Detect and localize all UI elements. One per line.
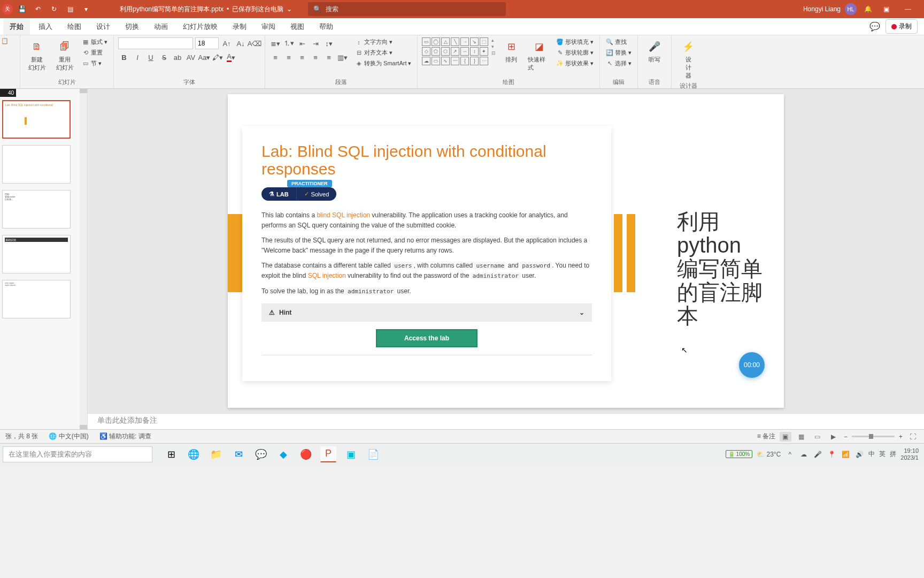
align-right-icon[interactable]: ≡ xyxy=(296,51,308,63)
case-icon[interactable]: Aa▾ xyxy=(198,51,210,63)
save-icon[interactable]: 💾 xyxy=(15,2,29,16)
align-center-icon[interactable]: ≡ xyxy=(283,51,295,63)
tab-animations[interactable]: 动画 xyxy=(148,19,174,35)
taskbar-search[interactable]: 在这里输入你要搜索的内容 xyxy=(3,446,152,462)
quick-styles-button[interactable]: ◪快速样式 xyxy=(527,37,551,73)
smart-art-button[interactable]: ◈转换为 SmartArt ▾ xyxy=(353,59,413,68)
close-app-icon[interactable]: 关 xyxy=(2,4,13,14)
tab-record[interactable]: 录制 xyxy=(226,19,253,35)
window-layout-icon[interactable]: ▣ xyxy=(879,2,893,16)
notification-icon[interactable]: 🔔 xyxy=(861,2,875,16)
shrink-font-icon[interactable]: A↓ xyxy=(235,37,247,49)
shapes-up-icon[interactable]: ▴ xyxy=(491,37,496,43)
undo-icon[interactable]: ↶ xyxy=(31,2,45,16)
layout-button[interactable]: ▦版式 ▾ xyxy=(80,37,109,47)
hint-accordion[interactable]: ⚠Hint ⌄ xyxy=(261,303,592,322)
underline-icon[interactable]: U xyxy=(145,51,157,63)
zoom-in-icon[interactable]: + xyxy=(899,433,903,440)
battery-icon[interactable]: 🔋 100% xyxy=(726,450,752,458)
edge-icon[interactable]: 🌐 xyxy=(186,446,202,462)
minimize-icon[interactable]: — xyxy=(897,0,919,18)
replace-button[interactable]: 🔄替换 ▾ xyxy=(604,48,633,57)
wifi-icon[interactable]: 📶 xyxy=(841,450,850,459)
shapes-gallery[interactable]: ▭◯△╲→↘⬚ ◇⬠⬡↗↔↕✦ ☁⬭∿〰{}⋯ xyxy=(422,37,488,65)
shape-fill-button[interactable]: 🪣形状填充 ▾ xyxy=(555,37,595,47)
fit-window-icon[interactable]: ⛶ xyxy=(907,432,919,442)
strike-icon[interactable]: S̶ xyxy=(158,51,170,63)
char-spacing-icon[interactable]: AV xyxy=(185,51,197,63)
slide-thumb-5[interactable]: code snippet...import requests... xyxy=(2,280,71,318)
mic-tray-icon[interactable]: 🎤 xyxy=(813,450,822,459)
ime-status-2[interactable]: 英 xyxy=(879,450,886,459)
app-icon-3[interactable]: 📄 xyxy=(365,446,381,462)
location-icon[interactable]: 📍 xyxy=(827,450,836,459)
redo-icon[interactable]: ↻ xyxy=(47,2,61,16)
accessibility-status[interactable]: ♿ 辅助功能: 调查 xyxy=(99,432,151,441)
tab-review[interactable]: 审阅 xyxy=(255,19,282,35)
recording-timer[interactable]: 00:00 xyxy=(739,352,765,378)
justify-icon[interactable]: ≡ xyxy=(310,51,321,63)
tab-design[interactable]: 设计 xyxy=(90,19,117,35)
shapes-down-icon[interactable]: ▾ xyxy=(491,44,496,49)
notes-toggle[interactable]: ≡ 备注 xyxy=(757,432,775,441)
tab-home[interactable]: 开始 xyxy=(3,19,30,35)
thumbnail-scrollbar[interactable] xyxy=(80,89,87,429)
bold-icon[interactable]: B xyxy=(118,51,130,63)
normal-view-icon[interactable]: ▣ xyxy=(780,432,791,442)
volume-icon[interactable]: 🔊 xyxy=(854,450,864,459)
new-slide-button[interactable]: 🗎新建 幻灯片 xyxy=(25,37,49,73)
slides-thumbnail-panel[interactable]: 40 Lab: Blind SQL injection with conditi… xyxy=(0,89,88,429)
scroll-up-icon[interactable] xyxy=(80,89,87,93)
slide-thumb-2[interactable] xyxy=(2,145,71,184)
app-icon-2[interactable]: ▣ xyxy=(343,446,359,462)
highlight-icon[interactable]: 🖍▾ xyxy=(212,51,224,63)
record-button[interactable]: 录制 xyxy=(886,19,918,34)
shape-outline-button[interactable]: ✎形状轮廓 ▾ xyxy=(555,48,595,57)
explorer-icon[interactable]: 📁 xyxy=(208,446,224,462)
tab-draw[interactable]: 绘图 xyxy=(61,19,88,35)
select-button[interactable]: ↖选择 ▾ xyxy=(604,59,633,68)
find-button[interactable]: 🔍查找 xyxy=(604,37,633,47)
indent-icon[interactable]: ⇥ xyxy=(310,37,321,49)
numbering-icon[interactable]: ⒈▾ xyxy=(283,37,295,49)
italic-icon[interactable]: I xyxy=(132,51,143,63)
tab-insert[interactable]: 插入 xyxy=(32,19,59,35)
language-status[interactable]: 🌐 中文(中国) xyxy=(49,432,88,441)
avatar[interactable]: HL xyxy=(845,3,857,15)
outdent-icon[interactable]: ⇤ xyxy=(296,37,308,49)
section-button[interactable]: ▭节 ▾ xyxy=(80,59,109,68)
customize-qat-icon[interactable]: ▾ xyxy=(79,2,93,16)
font-family-select[interactable] xyxy=(118,37,193,49)
grow-font-icon[interactable]: A↑ xyxy=(221,37,233,49)
zoom-out-icon[interactable]: − xyxy=(844,433,848,440)
text-direction-button[interactable]: ↕文字方向 ▾ xyxy=(353,37,413,47)
ime-status-3[interactable]: 拼 xyxy=(890,450,896,459)
search-box[interactable]: 🔍 xyxy=(308,2,506,16)
slide-canvas[interactable]: Lab: Blind SQL injection with conditiona… xyxy=(228,94,784,408)
tab-transitions[interactable]: 切换 xyxy=(119,19,145,35)
shapes-more-icon[interactable]: ⊟ xyxy=(491,50,496,56)
reuse-slide-button[interactable]: 🗐重用 幻灯片 xyxy=(52,37,77,73)
distribute-icon[interactable]: ≡ xyxy=(323,51,335,63)
wechat-icon[interactable]: 💬 xyxy=(253,446,269,462)
line-spacing-icon[interactable]: ↕▾ xyxy=(323,37,335,49)
font-size-select[interactable] xyxy=(195,37,219,49)
chevron-down-icon[interactable]: ⌄ xyxy=(287,5,292,13)
mail-icon[interactable]: ✉ xyxy=(230,446,247,462)
columns-icon[interactable]: ▥▾ xyxy=(336,51,348,63)
slide-thumb-3[interactable]: 代码查看cookie已有表... xyxy=(2,190,71,229)
app-icon-1[interactable]: ◆ xyxy=(275,446,291,462)
ime-status-1[interactable]: 中 xyxy=(868,450,875,459)
tab-help[interactable]: 帮助 xyxy=(313,19,340,35)
chrome-icon[interactable]: 🔴 xyxy=(298,446,314,462)
clear-format-icon[interactable]: A⌫ xyxy=(249,37,260,49)
notes-pane[interactable]: 单击此处添加备注 xyxy=(88,413,924,429)
clock-time[interactable]: 19:10 xyxy=(900,447,919,454)
designer-button[interactable]: ⚡设 计 器 xyxy=(676,37,700,81)
paste-button[interactable]: 📋 xyxy=(1,37,19,44)
sorter-view-icon[interactable]: ▦ xyxy=(796,432,807,442)
font-color-icon[interactable]: A▾ xyxy=(225,51,237,63)
clock-date[interactable]: 2023/1 xyxy=(900,454,919,461)
bullets-icon[interactable]: ≣▾ xyxy=(270,37,281,49)
search-input[interactable] xyxy=(326,5,500,13)
